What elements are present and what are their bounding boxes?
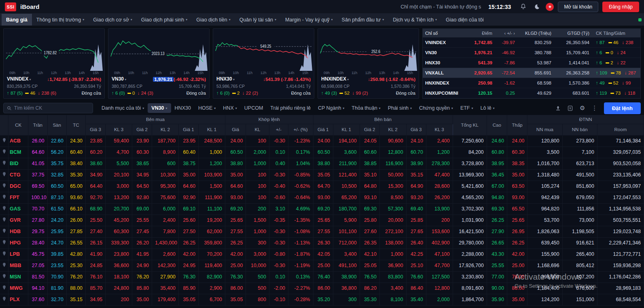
stock-symbol[interactable]: PLX (8, 294, 28, 305)
chart-index-name[interactable]: VNINDEX ▾ (7, 76, 31, 83)
buy-volume-1[interactable]: 119,400 (199, 260, 225, 271)
buy-volume-3[interactable]: 5,500 (106, 158, 132, 169)
sell-volume-3[interactable]: 47,100 (426, 249, 453, 260)
stock-row-LPB[interactable]: LPB45.7539.8542.8041.9023,80041.952,6004… (0, 249, 644, 260)
sell-volume-3[interactable]: 28,600 (426, 181, 453, 192)
tab-vn30[interactable]: VN30▾ (148, 103, 171, 113)
sell-price-2[interactable]: 25.05 (360, 260, 379, 271)
col-header-total-volume[interactable]: Tổng KL (453, 115, 487, 135)
sell-price-1[interactable]: 25.65 (313, 215, 333, 226)
promo-icon[interactable]: ★ (546, 3, 554, 11)
buy-price-1[interactable]: 23.95 (178, 135, 198, 147)
sell-price-3[interactable]: 60.70 (406, 147, 426, 158)
buy-price-3[interactable]: 92.70 (85, 192, 105, 203)
sell-price-1[interactable]: 93.00 (313, 192, 333, 203)
buy-volume-3[interactable]: 60,300 (106, 226, 132, 237)
col-header-room[interactable]: Room (597, 124, 644, 135)
col-header-sell-vol3[interactable]: KL 3 (426, 124, 453, 135)
buy-price-3[interactable]: 23.85 (85, 135, 105, 147)
index-row-hnxindex[interactable]: HNXINDEX250.98-1.6268.5981,570.386↑ 4952… (423, 78, 640, 88)
tab-chung-quyen[interactable]: Chứng quyền▾ (415, 103, 457, 113)
index-row-vnxall[interactable]: VNXALL2,920.65-72.54855.69126,363.258↑ 1… (423, 68, 640, 78)
pin-button[interactable] (0, 147, 8, 158)
sell-volume-1[interactable]: 712,000 (333, 237, 360, 249)
sell-price-1[interactable]: 35.20 (313, 294, 333, 305)
menu-item-giao-dien-cua-toi[interactable]: Giao diện của tôi (441, 14, 488, 25)
buy-price-1[interactable]: 35.00 (178, 169, 198, 181)
buy-volume-1[interactable]: 70,200 (199, 249, 225, 260)
buy-price-3[interactable]: 24.85 (85, 260, 105, 271)
sell-price-2[interactable]: 35.10 (360, 169, 379, 181)
match-price[interactable]: 25.65 (225, 215, 246, 226)
col-header-match-vol[interactable]: KL (246, 124, 269, 135)
buy-volume-2[interactable]: 75,600 (152, 192, 179, 203)
buy-price-2[interactable]: 25.55 (132, 215, 152, 226)
sell-volume-1[interactable]: 121,400 (333, 169, 360, 181)
buy-price-1[interactable]: 92.90 (178, 192, 198, 203)
buy-price-2[interactable]: 38.65 (132, 158, 152, 169)
stock-symbol[interactable]: FPT (8, 192, 28, 203)
sell-volume-1[interactable]: 300 (333, 294, 360, 305)
sell-volume-1[interactable]: 3,600 (333, 147, 360, 158)
buy-price-1[interactable]: 25.60 (178, 215, 198, 226)
login-button[interactable]: Đăng nhập (602, 2, 639, 12)
sell-price-2[interactable]: 38.85 (360, 158, 379, 169)
stock-symbol[interactable]: MBB (8, 260, 28, 271)
pin-button[interactable] (0, 271, 8, 283)
stock-symbol[interactable]: DGC (8, 181, 28, 192)
sell-volume-3[interactable]: 13,900 (426, 203, 453, 215)
tab-phai-sinh[interactable]: Phái sinh▾ (384, 103, 415, 113)
buy-volume-1[interactable]: 1,200 (199, 158, 225, 169)
buy-price-2[interactable]: 92.80 (132, 192, 152, 203)
buy-volume-1[interactable]: 11,100 (199, 203, 225, 215)
buy-volume-2[interactable]: 2,400 (152, 215, 179, 226)
sell-volume-1[interactable]: 36,800 (333, 283, 360, 294)
sell-price-1[interactable]: 25.00 (313, 260, 333, 271)
buy-volume-3[interactable]: 23,800 (106, 249, 132, 260)
buy-price-2[interactable]: 85.80 (132, 283, 152, 294)
bell-icon[interactable] (518, 2, 528, 12)
buy-price-2[interactable]: 64.50 (132, 181, 152, 192)
pin-button[interactable] (0, 294, 8, 305)
sell-price-3[interactable]: 35.15 (406, 169, 426, 181)
sell-volume-1[interactable]: 38,900 (333, 271, 360, 283)
buy-price-2[interactable]: 69.00 (132, 203, 152, 215)
menu-item-bang-gia[interactable]: Bảng giá (2, 14, 32, 25)
stock-row-HDB[interactable]: HDB29.7525.9527.8527.4060,30027.457,8002… (0, 226, 644, 237)
sell-volume-1[interactable]: 491,100 (333, 260, 360, 271)
sell-price-1[interactable]: 24.00 (313, 135, 333, 147)
col-header-sell-vol2[interactable]: KL 2 (379, 124, 406, 135)
buy-volume-2[interactable]: 8,900 (152, 147, 179, 158)
sell-volume-2[interactable]: 1,000 (379, 249, 406, 260)
col-header-buy-price1[interactable]: Giá 1 (178, 124, 198, 135)
col-header-sell-price1[interactable]: Giá 1 (313, 124, 333, 135)
search-box[interactable] (3, 103, 93, 113)
stock-symbol[interactable]: GVR (8, 215, 28, 226)
stock-row-GVR[interactable]: GVR27.8024.2026.0025.5045,20025.552,4002… (0, 215, 644, 226)
menu-item-san-pham-dau-tu[interactable]: Sản phẩm đầu tư▾ (337, 14, 389, 25)
col-header-change-pct[interactable]: +/- (%) (288, 124, 313, 135)
buy-price-3[interactable]: 27.40 (85, 226, 105, 237)
pin-button[interactable] (0, 237, 8, 249)
buy-volume-1[interactable]: 103,900 (199, 169, 225, 181)
sell-volume-2[interactable]: 90,600 (379, 135, 406, 147)
pin-button[interactable] (0, 169, 8, 181)
sell-volume-2[interactable]: 50,000 (379, 169, 406, 181)
pin-button[interactable] (0, 249, 8, 260)
sell-price-1[interactable]: 60.50 (313, 147, 333, 158)
sell-volume-2[interactable]: 8,500 (379, 192, 406, 203)
export-icon[interactable] (555, 104, 562, 112)
stock-row-FPT[interactable]: FPT100.1087.1093.6092.7013,20092.8075,60… (0, 192, 644, 203)
sell-price-2[interactable]: 35.30 (360, 294, 379, 305)
match-price[interactable]: 35.00 (225, 169, 246, 181)
tab-hose[interactable]: HOSE▾ (195, 103, 219, 113)
stock-symbol[interactable]: MWG (8, 283, 28, 294)
sell-volume-3[interactable]: 402,900 (426, 237, 453, 249)
buy-volume-2[interactable]: 6,000 (152, 203, 179, 215)
sell-volume-3[interactable]: 47,700 (426, 260, 453, 271)
stock-symbol[interactable]: MSN (8, 271, 28, 283)
col-header-foreign-buy[interactable]: NN mua (527, 124, 562, 135)
col-header-buy-price3[interactable]: Giá 3 (85, 124, 105, 135)
buy-price-1[interactable]: 26.25 (178, 237, 198, 249)
buy-volume-3[interactable]: 4,700 (106, 147, 132, 158)
